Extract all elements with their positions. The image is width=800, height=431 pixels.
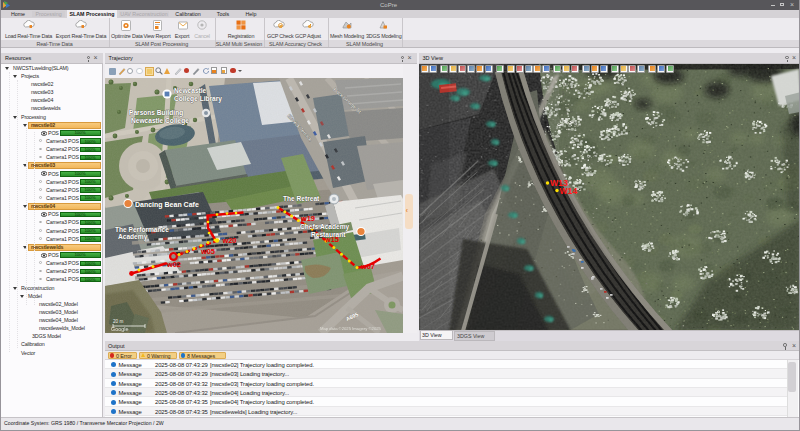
- svg-text:Parsons Building: Parsons Building: [129, 109, 183, 117]
- svg-text:Restaurant: Restaurant: [311, 231, 346, 238]
- svg-text:w05: w05: [200, 247, 215, 256]
- svg-text:W14: W14: [559, 185, 577, 195]
- svg-text:20 m: 20 m: [113, 319, 123, 324]
- svg-text:w07: w07: [360, 262, 375, 271]
- svg-text:w02: w02: [166, 260, 181, 269]
- svg-text:Newcastle College: Newcastle College: [131, 117, 189, 125]
- svg-text:Google: Google: [111, 326, 128, 332]
- svg-text:Academy: Academy: [118, 233, 148, 241]
- svg-text:w20: w20: [222, 236, 237, 245]
- svg-text:Newcastle: Newcastle: [174, 87, 207, 94]
- svg-text:The Retreat: The Retreat: [283, 195, 320, 202]
- svg-text:Dancing Bean Cafe: Dancing Bean Cafe: [135, 201, 199, 209]
- svg-text:w19: w19: [300, 214, 315, 223]
- svg-text:Map data ©2025 Imagery ©2025: Map data ©2025 Imagery ©2025: [320, 326, 382, 331]
- svg-text:College Library: College Library: [174, 95, 222, 103]
- svg-text:The Performance: The Performance: [115, 226, 169, 233]
